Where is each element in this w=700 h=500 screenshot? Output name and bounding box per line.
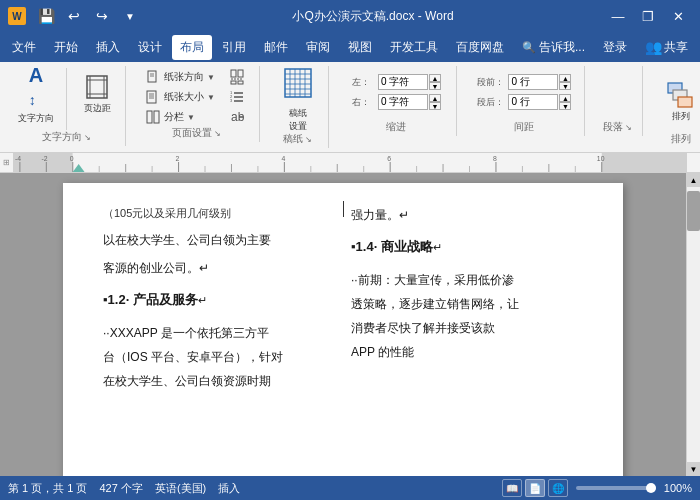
doc-scroll-area[interactable]: （105元以及采用几何级别 以在校大学生、公司白领为主要 客源的创业公司。↵ ▪… <box>0 173 686 476</box>
zoom-slider[interactable] <box>576 486 656 490</box>
menu-insert[interactable]: 插入 <box>88 35 128 60</box>
redo-button[interactable]: ↪ <box>90 4 114 28</box>
minimize-button[interactable]: — <box>604 2 632 30</box>
indent-right-up[interactable]: ▲ <box>429 94 441 102</box>
columns-arrow: ▼ <box>187 113 195 122</box>
expand-icon[interactable]: ↘ <box>84 133 91 142</box>
spacing-after-up[interactable]: ▲ <box>559 94 571 102</box>
zoom-thumb[interactable] <box>646 483 656 493</box>
ribbon-divider <box>66 68 67 130</box>
spacing-before-label: 段前： <box>477 76 504 89</box>
indent-left-input[interactable] <box>378 74 428 90</box>
vertical-scrollbar[interactable]: ▲ ▼ <box>686 173 700 476</box>
menu-mail[interactable]: 邮件 <box>256 35 296 60</box>
menu-layout[interactable]: 布局 <box>172 35 212 60</box>
spacing-before-down[interactable]: ▼ <box>559 82 571 90</box>
view-read-button[interactable]: 📖 <box>502 479 522 497</box>
spacing-after-down[interactable]: ▼ <box>559 102 571 110</box>
indent-content: 左： ▲ ▼ 右： ▲ ▼ <box>352 68 441 110</box>
menu-share[interactable]: 👥共享 <box>637 35 696 60</box>
svg-text:2: 2 <box>176 155 180 162</box>
spacing-label: 间距 <box>514 120 534 134</box>
restore-button[interactable]: ❐ <box>634 2 662 30</box>
arrange-button[interactable]: 排列 <box>659 68 700 132</box>
ruler-corner: ⊞ <box>0 153 14 172</box>
spacing-after-input[interactable] <box>508 94 558 110</box>
scroll-down-button[interactable]: ▼ <box>687 462 700 476</box>
menu-search[interactable]: 🔍告诉我... <box>514 35 593 60</box>
menu-developer[interactable]: 开发工具 <box>382 35 446 60</box>
menu-start[interactable]: 开始 <box>46 35 86 60</box>
heading-14-text: ▪1.4· 商业战略 <box>351 239 433 254</box>
page-setup-right: 1 2 3 ab <box>226 68 251 126</box>
indent-left-input-row: ▲ ▼ <box>378 74 441 90</box>
hyphenation-button[interactable]: ab <box>226 108 251 126</box>
customize-button[interactable]: ▼ <box>118 4 142 28</box>
orientation-arrow: ▼ <box>207 73 215 82</box>
break-button[interactable] <box>226 68 251 86</box>
menu-file[interactable]: 文件 <box>4 35 44 60</box>
hyphen-icon: ab <box>229 109 245 125</box>
menu-design[interactable]: 设计 <box>130 35 170 60</box>
spacing-before-input[interactable] <box>508 74 558 90</box>
indent-right-input[interactable] <box>378 94 428 110</box>
draft-expand-icon[interactable]: ↘ <box>305 135 312 144</box>
close-button[interactable]: ✕ <box>664 2 692 30</box>
paper-size-button[interactable]: 纸张大小 ▼ <box>142 88 218 106</box>
document-page: （105元以及采用几何级别 以在校大学生、公司白领为主要 客源的创业公司。↵ ▪… <box>63 183 623 476</box>
text-direction-button[interactable]: A↕ 文字方向 <box>14 68 58 120</box>
page-info: 第 1 页，共 1 页 <box>8 481 87 496</box>
view-web-button[interactable]: 🌐 <box>548 479 568 497</box>
page-expand-icon[interactable]: ↘ <box>214 129 221 138</box>
save-button[interactable]: 💾 <box>34 4 58 28</box>
para-expand-icon[interactable]: ↘ <box>625 123 632 132</box>
indent-right-down[interactable]: ▼ <box>429 102 441 110</box>
margin-button[interactable]: 页边距 <box>75 68 119 120</box>
scroll-thumb[interactable] <box>687 191 700 231</box>
document-content: （105元以及采用几何级别 以在校大学生、公司白领为主要 客源的创业公司。↵ ▪… <box>103 203 583 393</box>
indent-right-spin: ▲ ▼ <box>429 94 441 110</box>
svg-text:10: 10 <box>597 155 605 162</box>
doc-text-r3: 透策略，逐步建立销售网络，让 <box>351 292 583 316</box>
group-label-row7: 排列 <box>659 132 700 146</box>
text-cursor <box>343 201 344 217</box>
spacing-before-up[interactable]: ▲ <box>559 74 571 82</box>
ruler-right <box>686 153 700 172</box>
arrange-group-label: 排列 <box>671 132 691 146</box>
scroll-up-button[interactable]: ▲ <box>687 173 700 187</box>
orientation-label: 纸张方向 <box>164 70 204 84</box>
menu-reference[interactable]: 引用 <box>214 35 254 60</box>
columns-button[interactable]: 分栏 ▼ <box>142 108 218 126</box>
scroll-track <box>687 187 700 462</box>
title-controls: W 💾 ↩ ↪ ▼ <box>8 4 142 28</box>
group-label-row4: 缩进 <box>345 120 448 134</box>
draft-setup-button[interactable]: 稿纸设置 <box>276 68 320 132</box>
spacing-before-input-row: ▲ ▼ <box>508 74 571 90</box>
status-bar: 第 1 页，共 1 页 427 个字 英语(美国) 插入 📖 📄 🌐 100% <box>0 476 700 500</box>
page-orientation-button[interactable]: 纸张方向 ▼ <box>142 68 218 86</box>
menu-view[interactable]: 视图 <box>340 35 380 60</box>
draft-group-label: 稿纸 <box>283 132 303 146</box>
indent-left-up[interactable]: ▲ <box>429 74 441 82</box>
doc-text-r5: APP 的性能 <box>351 340 583 364</box>
papersize-icon <box>145 89 161 105</box>
linenumbers-button[interactable]: 1 2 3 <box>226 88 251 106</box>
menu-login[interactable]: 登录 <box>595 35 635 60</box>
indent-label: 缩进 <box>386 120 406 134</box>
app-icon: W <box>8 7 26 25</box>
ribbon-group-indent: 左： ▲ ▼ 右： ▲ ▼ <box>337 66 457 136</box>
indent-left-down[interactable]: ▼ <box>429 82 441 90</box>
menu-baidu[interactable]: 百度网盘 <box>448 35 512 60</box>
svg-rect-27 <box>285 69 311 97</box>
ribbon-group-content: A↕ 文字方向 页边距 <box>14 68 119 130</box>
svg-rect-13 <box>154 111 159 123</box>
view-page-button[interactable]: 📄 <box>525 479 545 497</box>
orientation-icon <box>145 69 161 85</box>
svg-rect-41 <box>602 153 686 172</box>
undo-button[interactable]: ↩ <box>62 4 86 28</box>
svg-rect-8 <box>147 91 156 103</box>
menu-review[interactable]: 审阅 <box>298 35 338 60</box>
svg-rect-14 <box>231 70 236 77</box>
indent-right-row: 右： ▲ ▼ <box>352 94 441 110</box>
spacing-after-input-row: ▲ ▼ <box>508 94 571 110</box>
